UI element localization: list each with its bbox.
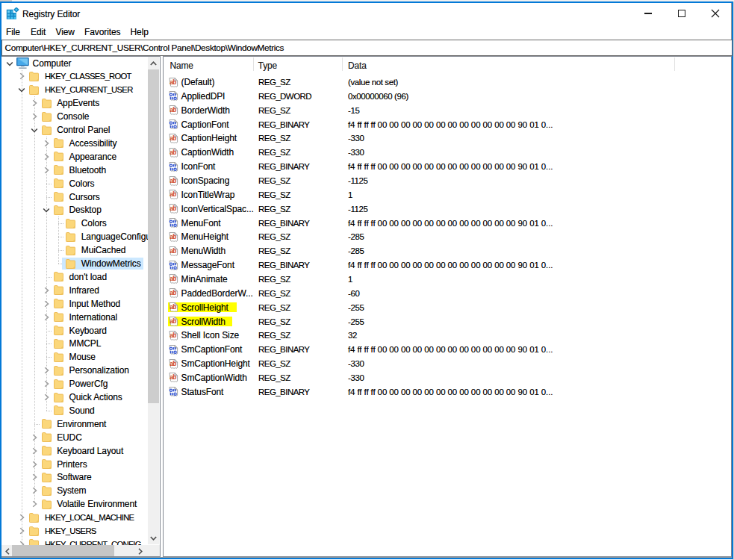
svg-text:ab: ab — [169, 149, 176, 156]
svg-text:ab: ab — [169, 191, 176, 199]
svg-text:ab: ab — [169, 177, 176, 184]
svg-text:ab: ab — [169, 317, 176, 325]
svg-text:ab: ab — [169, 290, 176, 297]
svg-text:ab: ab — [169, 374, 176, 382]
svg-text:ab: ab — [169, 107, 176, 114]
svg-text:ab: ab — [169, 276, 176, 283]
svg-text:ab: ab — [169, 360, 176, 367]
svg-text:ab: ab — [169, 78, 176, 86]
svg-text:ab: ab — [169, 332, 176, 339]
svg-text:ab: ab — [169, 134, 176, 142]
svg-text:ab: ab — [169, 205, 176, 212]
svg-text:ab: ab — [169, 247, 176, 255]
svg-text:ab: ab — [169, 303, 176, 311]
svg-text:ab: ab — [169, 233, 176, 240]
